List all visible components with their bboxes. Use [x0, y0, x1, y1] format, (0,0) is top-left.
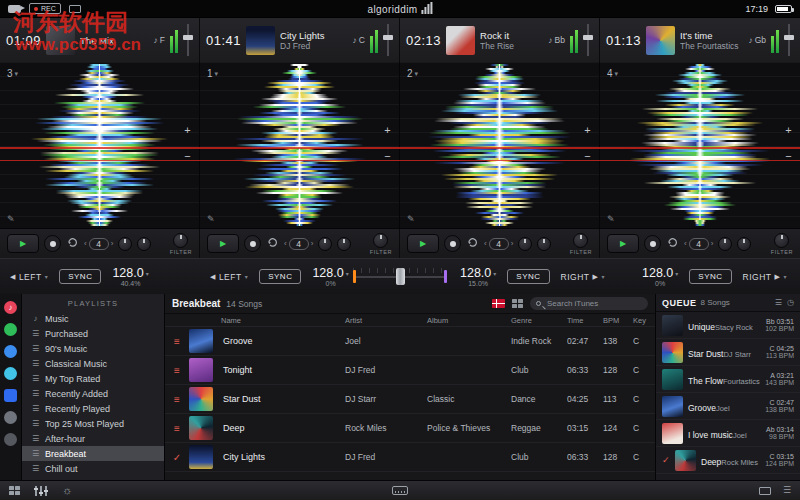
col-artist[interactable]: Artist: [345, 316, 427, 325]
loop-inc-icon[interactable]: ›: [711, 239, 714, 248]
eq-knob[interactable]: [318, 237, 332, 251]
loop-icon[interactable]: [666, 235, 679, 253]
bar-count-selector[interactable]: 3▾: [7, 68, 18, 79]
zoom-in-button[interactable]: +: [381, 124, 394, 137]
flag-icon[interactable]: [492, 299, 505, 308]
bpm-value[interactable]: 128.0▾: [312, 266, 348, 280]
edit-grid-icon[interactable]: ✎: [607, 214, 615, 224]
tempo-slider[interactable]: [383, 22, 393, 58]
sidebar-item-recently-played[interactable]: ☰Recently Played: [22, 401, 164, 416]
spotify-source-icon[interactable]: [4, 323, 17, 336]
col-key[interactable]: Key: [633, 316, 655, 325]
sidebar-item-chill-out[interactable]: ☰Chill out: [22, 461, 164, 476]
tempo-slider[interactable]: [583, 22, 593, 58]
deck-side-selector[interactable]: RIGHT▶▾: [561, 272, 605, 282]
history-source-icon[interactable]: [4, 411, 17, 424]
col-bpm[interactable]: BPM: [603, 316, 633, 325]
col-name[interactable]: Name: [221, 316, 345, 325]
sidebar-item-purchased[interactable]: ☰Purchased: [22, 326, 164, 341]
brightness-icon[interactable]: ☼: [62, 485, 72, 496]
gain-knob[interactable]: [137, 237, 151, 251]
table-row[interactable]: ≡ Groove Joel Indie Rock 02:47 138 C: [165, 327, 655, 356]
queue-list-icon[interactable]: ☰: [775, 298, 782, 307]
queue-item[interactable]: Star DustDJ Starr C 04:25113 BPM: [656, 339, 800, 366]
loop-dec-icon[interactable]: ‹: [484, 239, 487, 248]
gain-knob[interactable]: [337, 237, 351, 251]
bpm-value[interactable]: 128.0▾: [642, 266, 678, 280]
waveform[interactable]: [226, 64, 374, 226]
bar-count-selector[interactable]: 4▾: [607, 68, 618, 79]
loop-dec-icon[interactable]: ‹: [84, 239, 87, 248]
crossfader[interactable]: [350, 259, 450, 294]
sync-button[interactable]: SYNC: [259, 269, 301, 284]
loop-inc-icon[interactable]: ›: [511, 239, 514, 248]
crossfader-handle[interactable]: [396, 268, 405, 285]
sidebar-item-my-top-rated[interactable]: ☰My Top Rated: [22, 371, 164, 386]
itunes-source-icon[interactable]: ♪: [4, 301, 17, 314]
bar-count-selector[interactable]: 1▾: [207, 68, 218, 79]
deck-side-selector[interactable]: RIGHT▶▾: [743, 272, 787, 282]
zoom-out-button[interactable]: −: [782, 150, 795, 163]
sidebar-item-after-hour[interactable]: ☰After-hour: [22, 431, 164, 446]
drag-handle-icon[interactable]: ≡: [165, 423, 189, 434]
play-button[interactable]: ▶: [607, 234, 639, 253]
table-row[interactable]: ≡ Deep Rock Miles Police & Thieves Regga…: [165, 414, 655, 443]
filter-knob[interactable]: [173, 233, 188, 248]
table-row[interactable]: ✓ City Lights DJ Fred Club 06:33 128 C: [165, 443, 655, 472]
deck-time[interactable]: 02:13: [406, 33, 441, 48]
cue-record-button[interactable]: [244, 235, 261, 252]
play-button[interactable]: ▶: [207, 234, 239, 253]
deck-layout-icon[interactable]: [9, 486, 20, 495]
eq-knob[interactable]: [718, 237, 732, 251]
bpm-value[interactable]: 128.0▾: [460, 266, 496, 280]
zoom-in-button[interactable]: +: [181, 124, 194, 137]
queue-item[interactable]: ✓ DeepRock Miles C 03:15124 BPM: [656, 447, 800, 474]
filter-knob[interactable]: [774, 233, 789, 248]
queue-item[interactable]: The FlowFourtastics A 03:21143 BPM: [656, 366, 800, 393]
filter-knob[interactable]: [573, 233, 588, 248]
deck-side-selector[interactable]: ◀LEFT▾: [210, 272, 248, 282]
keyboard-icon[interactable]: [392, 486, 408, 495]
deck-time[interactable]: 01:41: [206, 33, 241, 48]
play-button[interactable]: ▶: [407, 234, 439, 253]
gain-knob[interactable]: [737, 237, 751, 251]
search-box[interactable]: [530, 297, 648, 310]
drag-handle-icon[interactable]: ≡: [165, 365, 189, 376]
col-album[interactable]: Album: [427, 316, 511, 325]
bar-count-selector[interactable]: 2▾: [407, 68, 418, 79]
cue-record-button[interactable]: [44, 235, 61, 252]
loop-dec-icon[interactable]: ‹: [284, 239, 287, 248]
eq-knob[interactable]: [518, 237, 532, 251]
loop-dec-icon[interactable]: ‹: [684, 239, 687, 248]
sidebar-item-breakbeat[interactable]: ☰Breakbeat: [22, 446, 164, 461]
output-display-icon[interactable]: [759, 487, 771, 495]
loop-inc-icon[interactable]: ›: [111, 239, 114, 248]
loop-icon[interactable]: [266, 235, 279, 253]
queue-list-icon[interactable]: ☰: [783, 486, 791, 495]
settings-source-icon[interactable]: [4, 433, 17, 446]
queue-item[interactable]: GrooveJoel C 02:47138 BPM: [656, 393, 800, 420]
col-genre[interactable]: Genre: [511, 316, 567, 325]
zoom-out-button[interactable]: −: [381, 150, 394, 163]
loop-icon[interactable]: [466, 235, 479, 253]
loop-count[interactable]: 4: [489, 238, 509, 250]
queue-item[interactable]: UniqueStacy Rock Bb 03:51102 BPM: [656, 312, 800, 339]
sidebar-item-music[interactable]: ♪Music: [22, 311, 164, 326]
sync-button[interactable]: SYNC: [689, 269, 731, 284]
play-button[interactable]: ▶: [7, 234, 39, 253]
zoom-out-button[interactable]: −: [581, 150, 594, 163]
deck-side-selector[interactable]: ◀LEFT▾: [10, 272, 48, 282]
loop-count[interactable]: 4: [289, 238, 309, 250]
tempo-slider[interactable]: [183, 22, 193, 58]
zoom-out-button[interactable]: −: [181, 150, 194, 163]
edit-grid-icon[interactable]: ✎: [207, 214, 215, 224]
drag-handle-icon[interactable]: ≡: [165, 394, 189, 405]
edit-grid-icon[interactable]: ✎: [407, 214, 415, 224]
eq-knob[interactable]: [118, 237, 132, 251]
edit-grid-icon[interactable]: ✎: [7, 214, 15, 224]
loop-count[interactable]: 4: [89, 238, 109, 250]
waveform[interactable]: [426, 64, 574, 226]
search-input[interactable]: [545, 298, 642, 309]
loop-count[interactable]: 4: [689, 238, 709, 250]
table-row[interactable]: ≡ Star Dust DJ Starr Classic Dance 04:25…: [165, 385, 655, 414]
